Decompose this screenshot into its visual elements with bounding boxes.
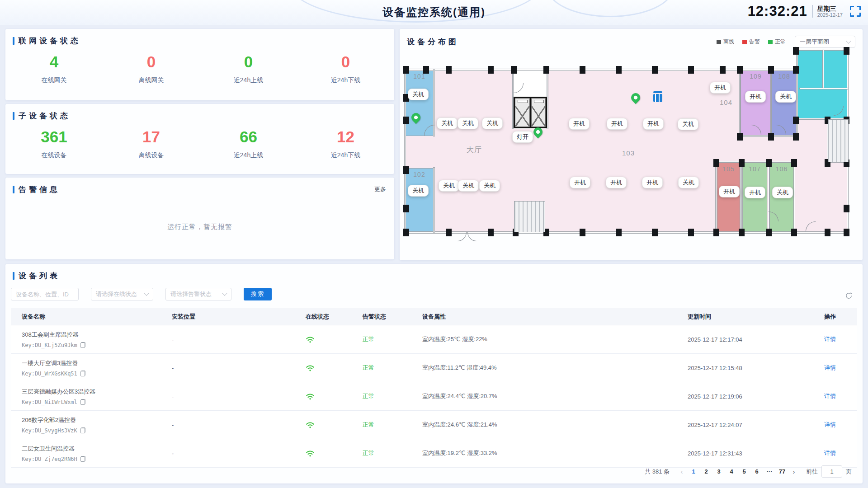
copy-icon[interactable] <box>80 456 85 462</box>
alarm-status-select[interactable]: 请选择告警状态 <box>165 288 231 300</box>
panel-title: 设备列表 <box>19 271 60 281</box>
device-status-pill[interactable]: 关机 <box>408 89 429 100</box>
wall <box>739 69 741 137</box>
device-status-pill[interactable]: 关机 <box>408 185 429 197</box>
device-key: Key:DU_KLj5Zu9Jkm <box>22 342 77 348</box>
stat-label: 近24h上线 <box>200 151 297 160</box>
device-status-pill[interactable]: 开机 <box>570 177 590 188</box>
stat-value: 12 <box>297 129 394 145</box>
map-label: 大厅 <box>467 145 482 155</box>
col-online-status: 在线状态 <box>300 313 357 321</box>
page-4[interactable]: 4 <box>726 466 737 478</box>
copy-icon[interactable] <box>80 427 85 433</box>
wall-column <box>616 229 622 236</box>
panel-title: 设备分布图 <box>407 37 459 47</box>
trash-bin-icon[interactable] <box>653 91 662 103</box>
wall-column <box>403 166 409 174</box>
col-actions: 操作 <box>819 313 857 321</box>
online-status-select[interactable]: 请选择在线状态 <box>91 288 153 300</box>
device-status-pill[interactable]: 灯开 <box>512 131 533 143</box>
refresh-icon[interactable] <box>845 292 853 300</box>
device-status-pill[interactable]: 关机 <box>479 180 500 192</box>
device-status-pill[interactable]: 关机 <box>439 180 459 192</box>
device-status-pill[interactable]: 开机 <box>569 118 590 130</box>
col-alarm-status: 告警状态 <box>357 313 417 321</box>
wall-column <box>403 205 409 212</box>
device-status-pill[interactable]: 开机 <box>719 186 740 197</box>
page-5[interactable]: 5 <box>738 466 750 478</box>
wall-column <box>737 66 743 74</box>
stat-value: 0 <box>103 54 200 70</box>
stat-label: 近24h下线 <box>297 76 394 84</box>
wall <box>547 69 548 129</box>
search-button[interactable]: 搜索 <box>244 288 272 300</box>
page-6[interactable]: 6 <box>751 466 763 478</box>
prev-page-button[interactable]: ‹ <box>677 468 687 475</box>
search-input[interactable] <box>11 288 79 300</box>
stat-label: 近24h下线 <box>297 151 394 160</box>
floor-plan: 101102109108105107106大厅103104关机关机关机关机开机开… <box>404 49 856 248</box>
device-status-pill[interactable]: 关机 <box>437 117 458 129</box>
device-status-pill[interactable]: 关机 <box>458 180 479 192</box>
copy-icon[interactable] <box>80 342 85 348</box>
device-status-pill[interactable]: 开机 <box>606 177 627 188</box>
wall-column <box>543 66 549 74</box>
stat-label: 离线网关 <box>103 76 200 84</box>
device-name: 206数字化部2温控器 <box>22 416 166 424</box>
next-page-button[interactable]: › <box>789 468 799 475</box>
device-name: 一楼大厅空调3温控器 <box>22 359 166 367</box>
device-location: - <box>166 450 300 457</box>
detail-link[interactable]: 详情 <box>824 421 836 428</box>
device-status-pill[interactable]: 关机 <box>772 187 793 198</box>
device-status-pill[interactable]: 开机 <box>745 91 766 103</box>
device-status-pill[interactable]: 关机 <box>482 117 503 129</box>
title-bar-icon <box>13 37 14 45</box>
col-update-time: 更新时间 <box>682 313 819 321</box>
page-2[interactable]: 2 <box>700 466 712 478</box>
update-time: 2025-12-17 12:24:07 <box>682 422 819 428</box>
stat-label: 在线设备 <box>5 151 103 160</box>
stat-label: 在线网关 <box>5 76 103 84</box>
detail-link[interactable]: 详情 <box>824 450 836 456</box>
floor-select-dropdown[interactable]: 一层平面图 <box>795 36 855 48</box>
wall <box>768 161 769 234</box>
wall-column <box>766 159 772 167</box>
page-3[interactable]: 3 <box>713 466 725 478</box>
wall-column <box>488 66 494 74</box>
device-status-pill[interactable]: 关机 <box>458 117 478 129</box>
copy-icon[interactable] <box>80 399 85 405</box>
fullscreen-icon[interactable] <box>850 6 861 17</box>
device-status-pill[interactable]: 关机 <box>678 118 698 130</box>
detail-link[interactable]: 详情 <box>824 393 836 399</box>
wall-column <box>793 133 799 141</box>
alarm-status-badge: 正常 <box>357 364 417 372</box>
goto-page-input[interactable] <box>821 465 842 478</box>
wall-column <box>403 66 409 74</box>
legend-normal-swatch <box>768 40 773 44</box>
stat-gateway-online-24h: 0近24h上线 <box>200 54 297 84</box>
copy-icon[interactable] <box>80 371 85 376</box>
device-status-pill[interactable]: 关机 <box>678 177 699 188</box>
page-ellipsis[interactable]: ··· <box>764 466 775 478</box>
wall-column <box>766 229 772 236</box>
detail-link[interactable]: 详情 <box>824 364 836 371</box>
stat-value: 66 <box>200 129 297 145</box>
device-status-pill[interactable]: 关机 <box>775 91 796 103</box>
stat-offline-gateway: 0离线网关 <box>103 54 200 84</box>
panel-header: 联网设备状态 <box>5 29 394 46</box>
page-1[interactable]: 1 <box>688 466 699 478</box>
detail-link[interactable]: 详情 <box>824 336 836 343</box>
wall <box>794 49 849 51</box>
device-status-pill[interactable]: 开机 <box>710 82 731 94</box>
device-status-pill[interactable]: 开机 <box>643 118 664 130</box>
device-status-pill[interactable]: 开机 <box>745 187 765 198</box>
more-link[interactable]: 更多 <box>374 185 386 193</box>
title-bar-icon <box>13 186 14 193</box>
wifi-online-icon <box>306 393 315 400</box>
page-title: 设备监控系统(通用) <box>0 5 868 19</box>
col-device-name: 设备名称 <box>16 313 166 321</box>
device-status-pill[interactable]: 开机 <box>642 177 663 188</box>
chevron-down-icon <box>222 291 227 296</box>
device-status-pill[interactable]: 开机 <box>607 118 627 130</box>
page-77[interactable]: 77 <box>776 466 788 478</box>
